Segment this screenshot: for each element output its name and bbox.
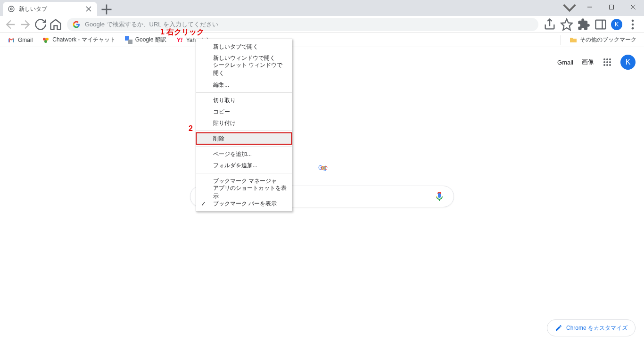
gmail-link[interactable]: Gmail bbox=[557, 59, 573, 66]
profile-avatar[interactable]: K bbox=[611, 19, 622, 30]
mic-icon[interactable] bbox=[434, 191, 445, 202]
window-controls bbox=[560, 0, 644, 14]
reload-button[interactable] bbox=[34, 18, 47, 31]
close-window-button[interactable] bbox=[622, 0, 644, 14]
tab-search-button[interactable] bbox=[560, 0, 579, 14]
svg-rect-12 bbox=[596, 20, 606, 29]
ctx-cut[interactable]: 切り取り bbox=[196, 95, 292, 106]
bookmark-star-button[interactable] bbox=[560, 18, 573, 31]
ctx-copy[interactable]: コピー bbox=[196, 106, 292, 117]
close-icon[interactable] bbox=[85, 5, 92, 13]
bookmark-other-folder[interactable]: その他のブックマーク bbox=[567, 34, 639, 45]
customize-button[interactable]: Chrome をカスタマイズ bbox=[547, 319, 636, 336]
ctx-add-folder[interactable]: フォルダを追加... bbox=[196, 160, 292, 171]
omnibox[interactable]: Google で検索するか、URL を入力してください bbox=[67, 18, 538, 31]
translate-icon bbox=[125, 36, 132, 44]
ctx-edit[interactable]: 編集... bbox=[196, 79, 292, 90]
svg-point-14 bbox=[632, 19, 634, 22]
pencil-icon bbox=[555, 324, 562, 332]
extensions-button[interactable] bbox=[577, 18, 590, 31]
annotation-2: 2 bbox=[189, 124, 193, 133]
annotation-1: 1 右クリック bbox=[160, 27, 204, 37]
back-button[interactable] bbox=[4, 18, 17, 31]
minimize-button[interactable] bbox=[579, 0, 601, 14]
context-menu: 新しいタブで開く 新しいウィンドウで開く シークレット ウィンドウで開く 編集.… bbox=[196, 39, 292, 212]
svg-point-18 bbox=[46, 38, 49, 41]
folder-icon bbox=[570, 36, 577, 44]
svg-rect-21 bbox=[128, 40, 132, 44]
google-icon bbox=[73, 21, 80, 28]
menu-button[interactable] bbox=[626, 18, 639, 31]
bookmark-separator bbox=[561, 35, 561, 45]
bookmarks-bar: Gmail Chatwork - マイチャット Google 翻訳 Y! Yah… bbox=[0, 33, 644, 47]
chatwork-icon bbox=[42, 36, 50, 44]
svg-point-1 bbox=[10, 8, 12, 10]
bookmark-gmail[interactable]: Gmail bbox=[5, 35, 35, 45]
svg-point-0 bbox=[8, 6, 14, 12]
home-button[interactable] bbox=[49, 18, 62, 31]
svg-rect-7 bbox=[610, 5, 614, 9]
tab-strip: 新しいタブ bbox=[0, 0, 644, 16]
gmail-icon bbox=[8, 36, 15, 44]
browser-tab[interactable]: 新しいタブ bbox=[3, 2, 97, 16]
toolbar: Google で検索するか、URL を入力してください K bbox=[0, 16, 644, 33]
svg-point-16 bbox=[632, 27, 634, 29]
google-logo: Google bbox=[318, 131, 326, 180]
check-icon: ✓ bbox=[201, 200, 206, 207]
svg-point-15 bbox=[632, 23, 634, 25]
svg-point-19 bbox=[44, 40, 47, 43]
page-content: Gmail 画像 K Google RL を入力 Chrome をカスタマイズ bbox=[0, 47, 644, 343]
svg-marker-11 bbox=[561, 19, 572, 30]
tab-title: 新しいタブ bbox=[19, 5, 85, 13]
ctx-open-incognito[interactable]: シークレット ウィンドウで開く bbox=[196, 64, 292, 75]
ctx-delete[interactable]: 削除 bbox=[196, 133, 292, 144]
chrome-favicon bbox=[8, 5, 15, 13]
new-tab-button[interactable] bbox=[100, 3, 113, 16]
bookmark-chatwork[interactable]: Chatwork - マイチャット bbox=[39, 34, 118, 45]
ctx-open-new-tab[interactable]: 新しいタブで開く bbox=[196, 41, 292, 52]
apps-menu-icon[interactable] bbox=[603, 57, 612, 67]
account-avatar[interactable]: K bbox=[620, 55, 636, 70]
ctx-show-app-shortcuts[interactable]: アプリのショートカットを表示 bbox=[196, 187, 292, 198]
ctx-show-bookmarks-bar[interactable]: ✓ブックマーク バーを表示 bbox=[196, 198, 292, 209]
header-links: Gmail 画像 K bbox=[557, 55, 636, 70]
ctx-paste[interactable]: 貼り付け bbox=[196, 117, 292, 129]
side-panel-button[interactable] bbox=[594, 18, 607, 31]
svg-point-17 bbox=[43, 38, 46, 41]
ctx-add-page[interactable]: ページを追加... bbox=[196, 148, 292, 160]
share-button[interactable] bbox=[543, 18, 556, 31]
forward-button[interactable] bbox=[19, 18, 32, 31]
maximize-button[interactable] bbox=[601, 0, 622, 14]
images-link[interactable]: 画像 bbox=[582, 58, 594, 66]
